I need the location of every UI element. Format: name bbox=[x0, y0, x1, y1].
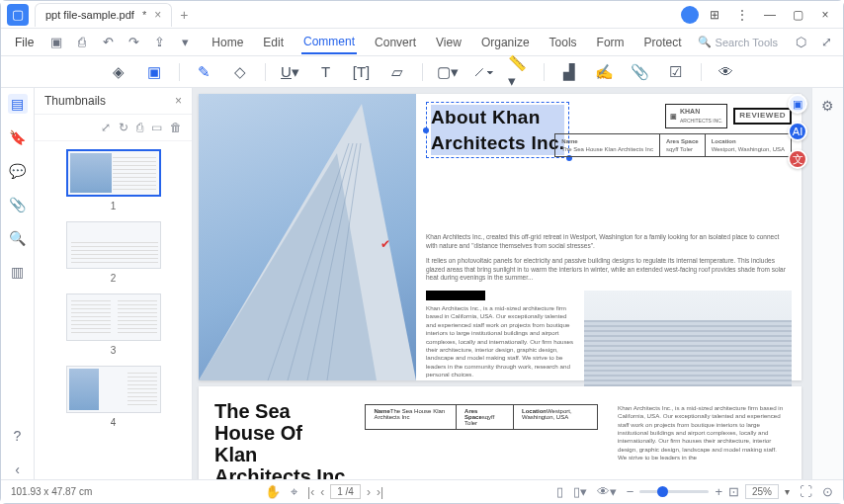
read-mode-icon[interactable]: 👁▾ bbox=[597, 484, 617, 499]
close-thumbnails-icon[interactable]: × bbox=[175, 94, 182, 108]
thumb-enlarge-icon[interactable]: ⤢ bbox=[101, 121, 111, 134]
fullscreen-icon[interactable]: ⛶ bbox=[800, 484, 812, 499]
first-page-button[interactable]: |‹ bbox=[307, 485, 314, 499]
share-icon[interactable]: ⇪ bbox=[148, 32, 170, 53]
search-tools-field[interactable]: 🔍 Search Tools bbox=[698, 36, 786, 48]
thumbnail-2-label: 2 bbox=[111, 273, 117, 284]
checkmark-annotation[interactable]: ✔ bbox=[380, 237, 390, 251]
menu-edit[interactable]: Edit bbox=[261, 32, 286, 53]
attachment-tool[interactable]: 📎 bbox=[630, 61, 651, 83]
file-menu[interactable]: File bbox=[7, 32, 42, 53]
bookmarks-panel-icon[interactable]: 🔖 bbox=[8, 127, 28, 147]
page-total: /4 bbox=[346, 486, 354, 497]
close-tab-icon[interactable]: × bbox=[154, 8, 161, 22]
zoom-slider[interactable] bbox=[639, 490, 709, 493]
file-tab-name: ppt file-sample.pdf bbox=[45, 9, 134, 21]
thumbnail-1[interactable] bbox=[66, 149, 161, 197]
thumbnail-3[interactable] bbox=[66, 294, 161, 341]
redaction-block bbox=[426, 291, 485, 300]
selection-handle-left[interactable] bbox=[423, 127, 429, 133]
menu-view[interactable]: View bbox=[434, 32, 464, 53]
comments-panel-icon[interactable]: 💬 bbox=[8, 161, 28, 181]
reviewed-badge: REVIEWED bbox=[733, 108, 792, 125]
thumb-print-icon[interactable]: ⎙ bbox=[136, 121, 143, 134]
minimize-button[interactable]: — bbox=[758, 5, 782, 25]
save-icon[interactable]: ▣ bbox=[45, 32, 67, 53]
menu-home[interactable]: Home bbox=[210, 32, 245, 53]
last-page-button[interactable]: ›| bbox=[377, 485, 383, 499]
float-translate-icon[interactable]: 文 bbox=[788, 149, 807, 169]
continuous-view-icon[interactable]: ▯▾ bbox=[573, 484, 587, 499]
zoom-value[interactable]: 25% bbox=[745, 484, 779, 499]
menu-tools[interactable]: Tools bbox=[548, 32, 579, 53]
page-current[interactable]: 1 bbox=[337, 486, 343, 497]
float-ai-icon[interactable]: AI bbox=[788, 122, 807, 141]
thumb-rotate-icon[interactable]: ↻ bbox=[119, 121, 128, 134]
stamp-tool[interactable]: ▟ bbox=[558, 61, 580, 83]
collapse-rail-icon[interactable]: ‹ bbox=[8, 460, 28, 479]
link-tool[interactable]: ☑ bbox=[665, 61, 687, 83]
search-tools-placeholder: Search Tools bbox=[716, 37, 778, 48]
page-1: ✔ About Khan Architects Inc. ▣ KHANARCHI… bbox=[199, 94, 802, 380]
note-tool[interactable]: ▣ bbox=[143, 61, 165, 83]
dirty-indicator: * bbox=[142, 9, 146, 21]
menu-convert[interactable]: Convert bbox=[373, 32, 418, 53]
page-2: The Sea House Of Klan Architects Inc Nam… bbox=[199, 386, 802, 479]
settings-status-icon[interactable]: ⊙ bbox=[822, 484, 833, 499]
select-tool-icon[interactable]: ⌖ bbox=[291, 484, 297, 500]
fields-panel-icon[interactable]: ▥ bbox=[8, 262, 28, 282]
zoom-dropdown-icon[interactable]: ▾ bbox=[785, 486, 790, 497]
text-tool[interactable]: T bbox=[315, 61, 337, 83]
maximize-button[interactable]: ▢ bbox=[786, 5, 809, 25]
thumbnails-title: Thumbnails bbox=[44, 94, 106, 108]
page1-title-line1: About Khan bbox=[431, 105, 564, 130]
file-tab[interactable]: ppt file-sample.pdf * × bbox=[35, 3, 172, 27]
fit-page-icon[interactable]: ⊡ bbox=[728, 484, 739, 499]
single-page-view-icon[interactable]: ▯ bbox=[556, 484, 563, 499]
menu-comment[interactable]: Comment bbox=[301, 31, 357, 54]
menu-protect[interactable]: Protect bbox=[642, 32, 684, 53]
prev-page-button[interactable]: ‹ bbox=[320, 485, 324, 499]
attachments-panel-icon[interactable]: 📎 bbox=[8, 195, 28, 214]
help-icon[interactable]: ? bbox=[8, 426, 28, 446]
page1-para2: It relies on photovoltaic panels for ele… bbox=[426, 257, 792, 283]
close-window-button[interactable]: × bbox=[813, 5, 837, 25]
next-page-button[interactable]: › bbox=[367, 485, 371, 499]
search-panel-icon[interactable]: 🔍 bbox=[8, 228, 28, 248]
zoom-out-button[interactable]: − bbox=[627, 484, 634, 499]
thumb-insert-icon[interactable]: ▭ bbox=[151, 121, 162, 134]
cloud-icon[interactable]: ⬡ bbox=[790, 32, 811, 53]
menu-form[interactable]: Form bbox=[595, 32, 627, 53]
thumbnails-panel-icon[interactable]: ▤ bbox=[8, 94, 28, 114]
zoom-in-button[interactable]: + bbox=[715, 484, 722, 499]
textbox-tool[interactable]: [T] bbox=[351, 61, 373, 83]
callout-tool[interactable]: ▱ bbox=[386, 61, 408, 83]
highlight-area-tool[interactable]: ◈ bbox=[108, 61, 129, 83]
float-badge-icon[interactable]: ▣ bbox=[788, 94, 807, 114]
undo-icon[interactable]: ↶ bbox=[97, 32, 119, 53]
measure-tool[interactable]: 📏▾ bbox=[508, 61, 530, 83]
highlight-tool[interactable]: ✎ bbox=[194, 61, 215, 83]
thumb-delete-icon[interactable]: 🗑 bbox=[170, 121, 182, 134]
user-avatar[interactable] bbox=[681, 6, 699, 24]
hand-tool-icon[interactable]: ✋ bbox=[265, 484, 281, 499]
document-viewport[interactable]: ✔ About Khan Architects Inc. ▣ KHANARCHI… bbox=[193, 88, 811, 479]
kebab-menu-icon[interactable]: ⋮ bbox=[730, 5, 754, 25]
feedback-icon[interactable]: ⊞ bbox=[703, 5, 726, 25]
properties-panel-icon[interactable]: ⚙ bbox=[821, 98, 834, 114]
print-icon[interactable]: ⎙ bbox=[71, 32, 93, 53]
eraser-tool[interactable]: ◇ bbox=[229, 61, 251, 83]
redo-icon[interactable]: ↷ bbox=[123, 32, 144, 53]
underline-tool[interactable]: U▾ bbox=[280, 61, 301, 83]
new-tab-button[interactable]: + bbox=[180, 7, 188, 23]
thumbnail-4[interactable] bbox=[66, 366, 161, 413]
shape-tool[interactable]: ▢▾ bbox=[437, 61, 459, 83]
hide-comments-tool[interactable]: 👁 bbox=[716, 61, 737, 83]
expand-icon[interactable]: ⤢ bbox=[815, 32, 837, 53]
thumbnail-2[interactable] bbox=[66, 221, 161, 269]
selected-text-block[interactable]: About Khan Architects Inc. bbox=[426, 102, 569, 158]
menu-organize[interactable]: Organize bbox=[479, 32, 532, 53]
line-tool[interactable]: ⟋▾ bbox=[472, 61, 494, 83]
more-quick-icon[interactable]: ▾ bbox=[174, 32, 196, 53]
signature-tool[interactable]: ✍ bbox=[594, 61, 616, 83]
